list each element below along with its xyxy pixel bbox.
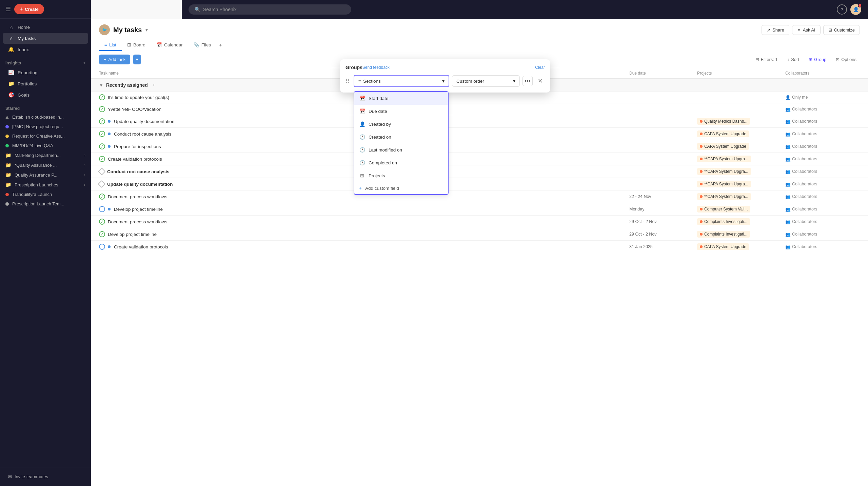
add-section-item-icon[interactable]: + [153, 83, 155, 87]
section-collapse-icon[interactable]: ▼ [99, 83, 103, 88]
dropdown-item-created-by[interactable]: 👤 Created by [354, 118, 448, 130]
people-icon: 👥 [785, 232, 791, 237]
tab-calendar[interactable]: 📅 Calendar [151, 39, 188, 51]
options-button[interactable]: ⊡ Options [832, 55, 860, 64]
filter-icon: ⊟ [755, 57, 759, 62]
sidebar-item-home[interactable]: ⌂ Home [3, 22, 88, 33]
sidebar-item-tranquilifyra[interactable]: Tranquilifyra Launch [0, 190, 91, 199]
task-name[interactable]: Conduct root cause analysis [114, 131, 172, 137]
dropdown-item-created-on[interactable]: 🕐 Created on [354, 130, 448, 143]
sidebar-item-pmo[interactable]: [PMO] New project requ... [0, 122, 91, 131]
table-row: ✓ It's time to update your goal(s) 👤 Onl… [91, 92, 868, 103]
tab-files[interactable]: 📎 Files [188, 39, 217, 51]
task-check-icon[interactable]: ✓ [99, 131, 105, 137]
task-check-icon[interactable] [99, 206, 105, 212]
hamburger-icon[interactable]: ☰ [5, 5, 11, 13]
task-name[interactable]: Conduct root cause analysis [107, 169, 170, 174]
task-name[interactable]: Document process workflows [108, 219, 167, 224]
task-indicator [108, 145, 111, 148]
send-feedback-link[interactable]: Send feedback [362, 65, 390, 70]
task-name[interactable]: Document process workflows [108, 194, 167, 199]
folder-icon: 📁 [5, 153, 11, 158]
filters-button[interactable]: ⊟ Filters: 1 [752, 55, 781, 64]
task-project: **CAPA System Upgra... [697, 193, 785, 200]
dropdown-item-completed-on[interactable]: 🕐 Completed on [354, 156, 448, 169]
more-options-button[interactable]: ••• [522, 76, 533, 86]
add-task-dropdown-button[interactable]: ▾ [133, 55, 141, 64]
sections-dropdown[interactable]: ≡ Sections ▾ [354, 75, 449, 87]
task-check-icon[interactable]: ✓ [99, 118, 105, 124]
add-task-button[interactable]: + Add task [99, 55, 130, 64]
customize-button[interactable]: ⊞ Customize [823, 25, 860, 35]
create-button[interactable]: + Create [14, 4, 44, 14]
help-button[interactable]: ? [837, 4, 847, 15]
sidebar-item-prescription-launches[interactable]: 📁 Prescription Launches › [0, 180, 91, 189]
sidebar-item-quality-assurance[interactable]: 📁 *Quality Assurance ... › [0, 160, 91, 170]
sidebar-item-prescription-tem[interactable]: Prescription Launch Tem... [0, 199, 91, 208]
drag-handle-icon[interactable]: ⠿ [346, 78, 350, 84]
task-name[interactable]: Create validation protocols [108, 157, 162, 162]
task-check-icon[interactable] [99, 244, 105, 250]
add-insight-icon[interactable]: + [83, 61, 85, 65]
task-name[interactable]: It's time to update your goal(s) [108, 95, 169, 100]
clock-icon: 🕐 [359, 147, 365, 153]
search-bar[interactable]: 🔍 [189, 4, 351, 15]
close-icon: ✕ [538, 77, 543, 85]
task-name[interactable]: Create validation protocols [114, 244, 168, 249]
sidebar-item-reporting[interactable]: 📈 Reporting [3, 67, 88, 78]
sidebar-item-mm-live[interactable]: MM/DD/24 Live Q&A [0, 141, 91, 150]
task-date: 29 Oct - 2 Nov [629, 219, 697, 224]
tab-board[interactable]: ⊞ Board [122, 39, 151, 51]
add-custom-field-item[interactable]: + Add custom field [354, 182, 448, 194]
task-check-icon[interactable]: ✓ [99, 194, 105, 200]
task-name[interactable]: Yvette Yeti- OOO/Vacation [108, 107, 161, 112]
sidebar-item-portfolios[interactable]: 📁 Portfolios [3, 78, 88, 89]
task-check-icon[interactable]: ✓ [99, 143, 105, 149]
dropdown-item-last-modified[interactable]: 🕐 Last modified on [354, 143, 448, 156]
close-button[interactable]: ✕ [535, 76, 545, 86]
search-input[interactable] [203, 7, 345, 12]
dropdown-item-due-date[interactable]: 📅 Due date [354, 105, 448, 118]
task-name[interactable]: Update quality documentation [114, 119, 175, 124]
diamond-check-icon[interactable] [98, 168, 106, 176]
task-name[interactable]: Develop project timeline [108, 232, 157, 237]
check-circle-icon: ✓ [8, 35, 14, 41]
task-check-icon[interactable]: ✓ [99, 106, 105, 112]
project-tag-dot [700, 170, 703, 173]
custom-order-dropdown[interactable]: Custom order ▾ [452, 75, 520, 87]
ask-ai-button[interactable]: ✦ Ask AI [792, 25, 821, 35]
sidebar-item-inbox[interactable]: 🔔 Inbox [3, 44, 88, 55]
task-check-icon[interactable]: ✓ [99, 219, 105, 225]
sidebar-item-goals[interactable]: 🎯 Goals [3, 89, 88, 100]
sort-button[interactable]: ↕ Sort [784, 55, 803, 64]
task-name[interactable]: Develop project timeline [114, 207, 163, 212]
header-top: 🐦 My tasks ▾ ↗ Share ✦ Ask AI ⊞ Customiz… [99, 24, 860, 35]
task-name[interactable]: Update quality documentation [107, 182, 173, 187]
task-name[interactable]: Prepare for inspections [114, 144, 161, 149]
sidebar-item-quality-p[interactable]: 📁 Quality Assurance P... › [0, 170, 91, 180]
people-icon: 👤 [785, 95, 791, 100]
dropdown-item-start-date[interactable]: 📅 Start date [354, 92, 448, 105]
invite-teammates-button[interactable]: ✉ Invite teammates [4, 471, 87, 482]
share-button[interactable]: ↗ Share [762, 25, 789, 35]
sidebar: ☰ + Create ⌂ Home ✓ My tasks 🔔 Inbox Ins… [0, 0, 91, 486]
clear-button[interactable]: Clear [535, 65, 545, 70]
diamond-check-icon[interactable] [98, 180, 106, 188]
task-check-icon[interactable]: ✓ [99, 231, 105, 237]
sections-dropdown-container: ≡ Sections ▾ 📅 Start date 📅 Due date [354, 75, 449, 87]
dropdown-item-projects[interactable]: ⊞ Projects [354, 169, 448, 182]
starred-section-header: Starred [0, 101, 91, 112]
sidebar-item-establish[interactable]: Establish cloud-based in... [0, 113, 91, 122]
group-button[interactable]: ⊞ Group [805, 55, 830, 64]
inbox-icon: 🔔 [8, 46, 14, 53]
sidebar-item-marketing[interactable]: 📁 Marketing Departmen... › [0, 150, 91, 160]
tab-list[interactable]: ≡ List [99, 40, 122, 51]
share-icon: ↗ [767, 27, 770, 33]
sidebar-item-my-tasks[interactable]: ✓ My tasks [3, 33, 88, 44]
title-chevron-icon[interactable]: ▾ [145, 27, 148, 33]
add-tab-button[interactable]: + [216, 40, 224, 50]
task-check-icon[interactable]: ✓ [99, 94, 105, 100]
project-tag-dot [700, 183, 703, 185]
task-check-icon[interactable]: ✓ [99, 156, 105, 162]
sidebar-item-request-creative[interactable]: Request for Creative Ass... [0, 131, 91, 141]
